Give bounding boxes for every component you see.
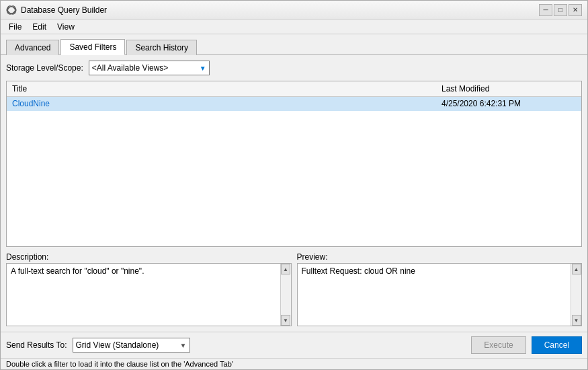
- table-header: Title Last Modified: [7, 81, 581, 97]
- window-icon: [6, 5, 17, 15]
- tab-search-history[interactable]: Search History: [126, 40, 197, 55]
- storage-label: Storage Level/Scope:: [6, 63, 83, 73]
- column-header-title: Title: [12, 84, 442, 94]
- main-window: Database Query Builder ─ □ ✕ File Edit V…: [0, 0, 588, 370]
- footer-bar: Send Results To: Grid View (Standalone) …: [1, 332, 587, 358]
- cell-date: 4/25/2020 6:42:31 PM: [442, 99, 576, 108]
- preview-scroll-up-btn[interactable]: ▲: [572, 264, 581, 274]
- menu-edit[interactable]: Edit: [27, 21, 52, 33]
- tab-advanced[interactable]: Advanced: [6, 40, 59, 55]
- description-content: A full-text search for "cloud" or "nine"…: [6, 263, 292, 326]
- menu-view[interactable]: View: [52, 21, 80, 33]
- preview-scroll-down-btn[interactable]: ▼: [572, 315, 581, 326]
- svg-point-0: [7, 7, 16, 13]
- menu-file[interactable]: File: [3, 21, 27, 33]
- preview-panel: Preview: Fulltext Request: cloud OR nine…: [297, 252, 583, 326]
- filters-table: Title Last Modified CloudNine 4/25/2020 …: [6, 81, 582, 247]
- tabs-container: Advanced Saved Filters Search History: [1, 34, 587, 55]
- storage-dropdown-value: <All Available Views>: [92, 63, 200, 73]
- close-button[interactable]: ✕: [569, 4, 582, 16]
- send-results-dropdown[interactable]: Grid View (Standalone) ▼: [73, 338, 190, 353]
- preview-text: Fulltext Request: cloud OR nine: [302, 266, 415, 276]
- content-area: Storage Level/Scope: <All Available View…: [1, 55, 587, 332]
- description-scrollbar[interactable]: ▲ ▼: [280, 264, 291, 326]
- scroll-up-btn[interactable]: ▲: [281, 264, 290, 274]
- preview-content: Fulltext Request: cloud OR nine ▲ ▼: [297, 263, 583, 326]
- scroll-down-btn[interactable]: ▼: [281, 315, 290, 326]
- minimize-button[interactable]: ─: [539, 4, 552, 16]
- title-bar: Database Query Builder ─ □ ✕: [1, 1, 587, 20]
- maximize-button[interactable]: □: [554, 4, 567, 16]
- storage-row: Storage Level/Scope: <All Available View…: [6, 61, 582, 75]
- column-header-date: Last Modified: [442, 84, 576, 94]
- description-label: Description:: [6, 252, 292, 262]
- tab-saved-filters[interactable]: Saved Filters: [60, 39, 125, 55]
- status-text: Double click a filter to load it into th…: [6, 360, 233, 368]
- send-results-label: Send Results To:: [6, 340, 67, 350]
- window-title: Database Query Builder: [21, 5, 539, 15]
- execute-button[interactable]: Execute: [471, 336, 526, 354]
- description-text: A full-text search for "cloud" or "nine"…: [11, 266, 144, 276]
- title-bar-buttons: ─ □ ✕: [539, 4, 582, 16]
- storage-dropdown[interactable]: <All Available Views> ▼: [89, 61, 210, 75]
- status-bar: Double click a filter to load it into th…: [1, 358, 587, 369]
- description-panel: Description: A full-text search for "clo…: [6, 252, 292, 326]
- send-results-value: Grid View (Standalone): [76, 340, 180, 350]
- cell-title: CloudNine: [12, 99, 442, 108]
- preview-scroll-track: [572, 274, 581, 315]
- scroll-track: [281, 274, 290, 315]
- storage-dropdown-arrow: ▼: [200, 65, 206, 72]
- menu-bar: File Edit View: [1, 20, 587, 34]
- preview-label: Preview:: [297, 252, 583, 262]
- table-body: CloudNine 4/25/2020 6:42:31 PM: [7, 97, 581, 246]
- table-row[interactable]: CloudNine 4/25/2020 6:42:31 PM: [7, 97, 581, 111]
- svg-point-2: [6, 5, 17, 15]
- cancel-button[interactable]: Cancel: [532, 336, 582, 354]
- preview-scrollbar[interactable]: ▲ ▼: [571, 264, 581, 326]
- bottom-panels: Description: A full-text search for "clo…: [6, 252, 582, 326]
- send-results-arrow-icon: ▼: [180, 342, 187, 349]
